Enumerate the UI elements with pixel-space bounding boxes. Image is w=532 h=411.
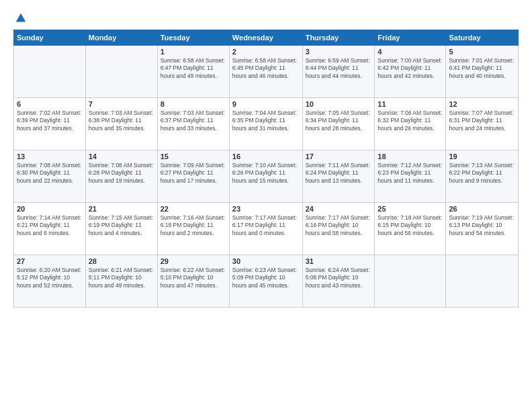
logo-icon xyxy=(15,12,27,24)
day-number: 7 xyxy=(89,100,154,108)
day-cell: 2Sunrise: 6:58 AM Sunset: 6:45 PM Daylig… xyxy=(229,46,302,98)
day-cell xyxy=(85,46,157,98)
day-number: 24 xyxy=(306,205,372,213)
day-number: 14 xyxy=(89,152,154,161)
week-row-1: 1Sunrise: 6:58 AM Sunset: 6:47 PM Daylig… xyxy=(14,46,519,98)
day-cell: 16Sunrise: 7:10 AM Sunset: 6:26 PM Dayli… xyxy=(229,150,302,203)
day-number: 10 xyxy=(306,100,372,108)
day-info: Sunrise: 6:23 AM Sunset: 5:09 PM Dayligh… xyxy=(232,267,300,289)
day-number: 2 xyxy=(232,48,300,56)
day-cell xyxy=(14,46,86,98)
day-number: 3 xyxy=(306,48,372,56)
day-cell: 7Sunrise: 7:03 AM Sunset: 6:38 PM Daylig… xyxy=(85,98,157,150)
svg-marker-1 xyxy=(18,18,23,21)
day-info: Sunrise: 7:08 AM Sunset: 6:28 PM Dayligh… xyxy=(89,162,154,185)
day-number: 25 xyxy=(378,205,443,213)
day-info: Sunrise: 7:12 AM Sunset: 6:23 PM Dayligh… xyxy=(378,162,443,185)
day-info: Sunrise: 6:21 AM Sunset: 5:11 PM Dayligh… xyxy=(89,267,154,289)
day-cell: 24Sunrise: 7:17 AM Sunset: 6:16 PM Dayli… xyxy=(302,203,375,255)
day-cell: 25Sunrise: 7:18 AM Sunset: 6:15 PM Dayli… xyxy=(375,203,446,255)
day-cell: 12Sunrise: 7:07 AM Sunset: 6:31 PM Dayli… xyxy=(446,98,519,150)
day-info: Sunrise: 7:13 AM Sunset: 6:22 PM Dayligh… xyxy=(449,162,515,185)
day-cell: 30Sunrise: 6:23 AM Sunset: 5:09 PM Dayli… xyxy=(229,255,302,308)
header xyxy=(13,11,519,24)
day-info: Sunrise: 7:18 AM Sunset: 6:15 PM Dayligh… xyxy=(378,214,443,237)
weekday-header-wednesday: Wednesday xyxy=(229,30,302,46)
day-info: Sunrise: 7:11 AM Sunset: 6:24 PM Dayligh… xyxy=(306,162,372,185)
weekday-header-thursday: Thursday xyxy=(302,30,375,46)
week-row-4: 20Sunrise: 7:14 AM Sunset: 6:21 PM Dayli… xyxy=(14,203,519,255)
weekday-header-monday: Monday xyxy=(85,30,157,46)
day-cell: 8Sunrise: 7:03 AM Sunset: 6:37 PM Daylig… xyxy=(157,98,229,150)
week-row-5: 27Sunrise: 6:20 AM Sunset: 5:12 PM Dayli… xyxy=(14,255,519,308)
day-info: Sunrise: 6:58 AM Sunset: 6:47 PM Dayligh… xyxy=(161,57,226,80)
day-cell: 21Sunrise: 7:15 AM Sunset: 6:19 PM Dayli… xyxy=(85,203,157,255)
day-number: 12 xyxy=(449,100,515,108)
day-info: Sunrise: 7:10 AM Sunset: 6:26 PM Dayligh… xyxy=(232,162,300,185)
day-cell: 22Sunrise: 7:16 AM Sunset: 6:18 PM Dayli… xyxy=(157,203,229,255)
day-info: Sunrise: 7:02 AM Sunset: 6:39 PM Dayligh… xyxy=(17,109,83,132)
day-info: Sunrise: 7:03 AM Sunset: 6:37 PM Dayligh… xyxy=(161,109,226,132)
day-info: Sunrise: 7:14 AM Sunset: 6:21 PM Dayligh… xyxy=(17,214,83,237)
day-info: Sunrise: 7:16 AM Sunset: 6:18 PM Dayligh… xyxy=(161,214,226,237)
day-number: 8 xyxy=(161,100,226,108)
day-info: Sunrise: 7:00 AM Sunset: 6:42 PM Dayligh… xyxy=(378,57,443,80)
day-cell: 29Sunrise: 6:22 AM Sunset: 5:10 PM Dayli… xyxy=(157,255,229,308)
weekday-header-row: SundayMondayTuesdayWednesdayThursdayFrid… xyxy=(14,30,519,46)
day-info: Sunrise: 6:58 AM Sunset: 6:45 PM Dayligh… xyxy=(232,57,300,80)
day-cell: 11Sunrise: 7:06 AM Sunset: 6:32 PM Dayli… xyxy=(375,98,446,150)
day-cell: 19Sunrise: 7:13 AM Sunset: 6:22 PM Dayli… xyxy=(446,150,519,203)
day-cell: 15Sunrise: 7:09 AM Sunset: 6:27 PM Dayli… xyxy=(157,150,229,203)
weekday-header-saturday: Saturday xyxy=(446,30,519,46)
day-number: 21 xyxy=(89,205,154,213)
weekday-header-friday: Friday xyxy=(375,30,446,46)
day-number: 1 xyxy=(161,48,226,56)
weekday-header-sunday: Sunday xyxy=(14,30,86,46)
day-number: 9 xyxy=(232,100,300,108)
day-info: Sunrise: 7:04 AM Sunset: 6:35 PM Dayligh… xyxy=(232,109,300,132)
day-number: 30 xyxy=(232,257,300,265)
day-number: 27 xyxy=(17,257,83,265)
day-info: Sunrise: 7:09 AM Sunset: 6:27 PM Dayligh… xyxy=(161,162,226,185)
day-cell: 20Sunrise: 7:14 AM Sunset: 6:21 PM Dayli… xyxy=(14,203,86,255)
day-info: Sunrise: 7:17 AM Sunset: 6:17 PM Dayligh… xyxy=(232,214,300,237)
calendar-page: SundayMondayTuesdayWednesdayThursdayFrid… xyxy=(0,0,532,411)
day-number: 23 xyxy=(232,205,300,213)
day-cell: 26Sunrise: 7:19 AM Sunset: 6:13 PM Dayli… xyxy=(446,203,519,255)
day-cell: 3Sunrise: 6:59 AM Sunset: 6:44 PM Daylig… xyxy=(302,46,375,98)
day-info: Sunrise: 7:07 AM Sunset: 6:31 PM Dayligh… xyxy=(449,109,515,132)
day-number: 31 xyxy=(306,257,372,265)
day-number: 29 xyxy=(161,257,226,265)
day-cell xyxy=(375,255,446,308)
day-cell: 14Sunrise: 7:08 AM Sunset: 6:28 PM Dayli… xyxy=(85,150,157,203)
day-info: Sunrise: 7:01 AM Sunset: 6:41 PM Dayligh… xyxy=(449,57,515,80)
day-info: Sunrise: 7:06 AM Sunset: 6:32 PM Dayligh… xyxy=(378,109,443,132)
day-cell: 13Sunrise: 7:08 AM Sunset: 6:30 PM Dayli… xyxy=(14,150,86,203)
day-info: Sunrise: 7:08 AM Sunset: 6:30 PM Dayligh… xyxy=(17,162,83,185)
day-cell: 17Sunrise: 7:11 AM Sunset: 6:24 PM Dayli… xyxy=(302,150,375,203)
day-number: 16 xyxy=(232,152,300,161)
day-number: 5 xyxy=(449,48,515,56)
day-number: 15 xyxy=(161,152,226,161)
calendar-table: SundayMondayTuesdayWednesdayThursdayFrid… xyxy=(13,30,519,308)
day-cell: 1Sunrise: 6:58 AM Sunset: 6:47 PM Daylig… xyxy=(157,46,229,98)
day-cell: 9Sunrise: 7:04 AM Sunset: 6:35 PM Daylig… xyxy=(229,98,302,150)
day-info: Sunrise: 6:22 AM Sunset: 5:10 PM Dayligh… xyxy=(161,267,226,289)
logo xyxy=(13,11,27,24)
day-number: 22 xyxy=(161,205,226,213)
day-info: Sunrise: 7:15 AM Sunset: 6:19 PM Dayligh… xyxy=(89,214,154,237)
day-cell: 5Sunrise: 7:01 AM Sunset: 6:41 PM Daylig… xyxy=(446,46,519,98)
day-number: 28 xyxy=(89,257,154,265)
day-info: Sunrise: 6:20 AM Sunset: 5:12 PM Dayligh… xyxy=(17,267,83,289)
day-cell: 27Sunrise: 6:20 AM Sunset: 5:12 PM Dayli… xyxy=(14,255,86,308)
day-number: 19 xyxy=(449,152,515,161)
day-cell: 4Sunrise: 7:00 AM Sunset: 6:42 PM Daylig… xyxy=(375,46,446,98)
week-row-2: 6Sunrise: 7:02 AM Sunset: 6:39 PM Daylig… xyxy=(14,98,519,150)
day-cell: 18Sunrise: 7:12 AM Sunset: 6:23 PM Dayli… xyxy=(375,150,446,203)
day-info: Sunrise: 7:03 AM Sunset: 6:38 PM Dayligh… xyxy=(89,109,154,132)
day-cell: 10Sunrise: 7:05 AM Sunset: 6:34 PM Dayli… xyxy=(302,98,375,150)
day-cell: 28Sunrise: 6:21 AM Sunset: 5:11 PM Dayli… xyxy=(85,255,157,308)
day-number: 11 xyxy=(378,100,443,108)
day-number: 26 xyxy=(449,205,515,213)
day-info: Sunrise: 6:24 AM Sunset: 5:08 PM Dayligh… xyxy=(306,267,372,289)
